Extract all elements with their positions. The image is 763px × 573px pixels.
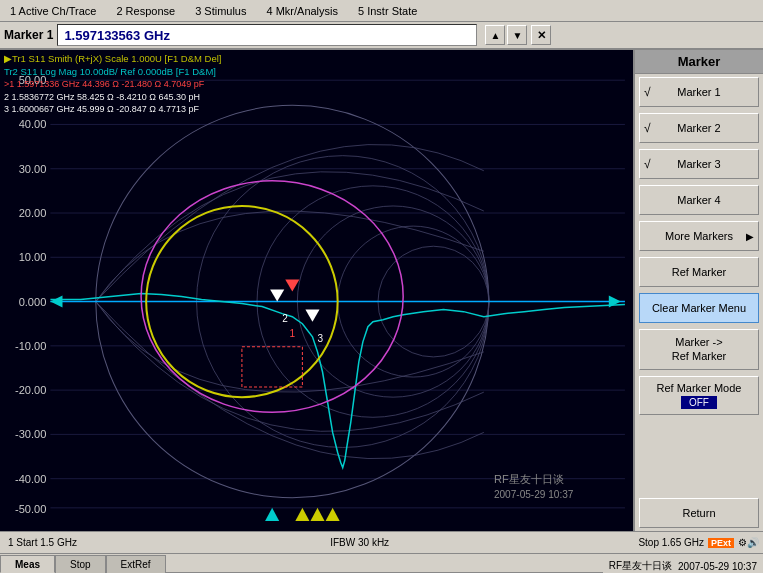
status-stop: Stop 1.65 GHz <box>638 537 704 548</box>
y-label-n30: -30.00 <box>15 428 46 440</box>
svg-text:1: 1 <box>290 328 296 339</box>
watermark-text: RF星友十日谈 <box>494 473 564 485</box>
clear-marker-menu-button[interactable]: Clear Marker Menu <box>639 293 759 323</box>
datetime-text: 2007-05-29 10:37 <box>494 489 574 500</box>
marker-value-input[interactable] <box>57 24 477 46</box>
status-bar: 1 Start 1.5 GHz IFBW 30 kHz Stop 1.65 GH… <box>0 531 763 553</box>
marker-bar: Marker 1 ▲ ▼ ✕ <box>0 22 763 50</box>
status-ifbw: IFBW 30 kHz <box>85 537 634 548</box>
y-label-n10: -10.00 <box>15 340 46 352</box>
menu-instr-state[interactable]: 5 Instr State <box>348 3 427 19</box>
y-label-n50: -50.00 <box>15 503 46 515</box>
marker-down-button[interactable]: ▼ <box>507 25 527 45</box>
chart-header: ▶Tr1 S11 Smith (R+jX) Scale 1.000U [F1 D… <box>4 52 222 79</box>
marker-up-button[interactable]: ▲ <box>485 25 505 45</box>
tab-stop[interactable]: Stop <box>55 555 106 573</box>
tab-bar: Meas Stop ExtRef RF星友十日谈 2007-05-29 10:3… <box>0 553 763 573</box>
return-button[interactable]: Return <box>639 498 759 528</box>
datetime-tab: 2007-05-29 10:37 <box>678 561 757 572</box>
right-panel: Marker Marker 1 Marker 2 Marker 3 Marker… <box>633 50 763 531</box>
tab-filler <box>166 555 603 573</box>
y-label-0: 0.000 <box>19 296 47 308</box>
tab-right-info: RF星友十日谈 2007-05-29 10:37 <box>603 559 763 573</box>
svg-rect-0 <box>0 50 633 531</box>
menu-bar: 1 Active Ch/Trace 2 Response 3 Stimulus … <box>0 0 763 22</box>
menu-mkr-analysis[interactable]: 4 Mkr/Analysis <box>256 3 348 19</box>
y-label-30: 30.00 <box>19 163 47 175</box>
pext-badge: PExt <box>708 538 734 548</box>
ref-marker-mode-button[interactable]: Ref Marker Mode OFF <box>639 376 759 415</box>
y-label-20: 20.00 <box>19 207 47 219</box>
main-area: ▶Tr1 S11 Smith (R+jX) Scale 1.000U [F1 D… <box>0 50 763 531</box>
svg-text:2: 2 <box>282 313 288 324</box>
y-label-n40: -40.00 <box>15 473 46 485</box>
status-right: Stop 1.65 GHz PExt ⚙🔊 <box>634 537 763 548</box>
marker4-button[interactable]: Marker 4 <box>639 185 759 215</box>
tab-meas[interactable]: Meas <box>0 555 55 573</box>
y-label-n20: -20.00 <box>15 384 46 396</box>
marker2-button[interactable]: Marker 2 <box>639 113 759 143</box>
marker-row-2: 2 1.5836772 GHz 58.425 Ω -8.4210 Ω 645.3… <box>4 91 204 104</box>
chart-area: ▶Tr1 S11 Smith (R+jX) Scale 1.000U [F1 D… <box>0 50 633 531</box>
y-label-10: 10.00 <box>19 251 47 263</box>
menu-response[interactable]: 2 Response <box>106 3 185 19</box>
marker-row-3: 3 1.6000667 GHz 45.999 Ω -20.847 Ω 4.771… <box>4 103 204 116</box>
panel-title: Marker <box>635 50 763 74</box>
status-icons: ⚙🔊 <box>738 537 759 548</box>
menu-stimulus[interactable]: 3 Stimulus <box>185 3 256 19</box>
more-markers-button[interactable]: More Markers ▶ <box>639 221 759 251</box>
ref-marker-button[interactable]: Ref Marker <box>639 257 759 287</box>
marker-label: Marker 1 <box>4 28 53 42</box>
y-label-40: 40.00 <box>19 118 47 130</box>
chart-header-tr2: Tr2 S11 Log Mag 10.00dB/ Ref 0.000dB [F1… <box>4 65 222 78</box>
watermark-tab: RF星友十日谈 <box>609 559 672 573</box>
menu-active-ch[interactable]: 1 Active Ch/Trace <box>0 3 106 19</box>
marker-data: >1 1.5971336 GHz 44.396 Ω -21.480 Ω 4.70… <box>4 78 204 116</box>
status-start: 1 Start 1.5 GHz <box>0 537 85 548</box>
chart-header-tr1: ▶Tr1 S11 Smith (R+jX) Scale 1.000U [F1 D… <box>4 52 222 65</box>
marker1-button[interactable]: Marker 1 <box>639 77 759 107</box>
off-badge: OFF <box>681 396 717 409</box>
svg-text:3: 3 <box>318 333 324 344</box>
marker-row-1: >1 1.5971336 GHz 44.396 Ω -21.480 Ω 4.70… <box>4 78 204 91</box>
marker-ref-marker-button[interactable]: Marker ->Ref Marker <box>639 329 759 370</box>
marker-close-button[interactable]: ✕ <box>531 25 551 45</box>
marker3-button[interactable]: Marker 3 <box>639 149 759 179</box>
more-markers-arrow: ▶ <box>746 231 754 242</box>
chart-svg: 50.00 40.00 30.00 20.00 10.00 0.000 -10.… <box>0 50 633 531</box>
tab-extref[interactable]: ExtRef <box>106 555 166 573</box>
ref-marker-mode-label: Ref Marker Mode OFF <box>657 382 742 409</box>
